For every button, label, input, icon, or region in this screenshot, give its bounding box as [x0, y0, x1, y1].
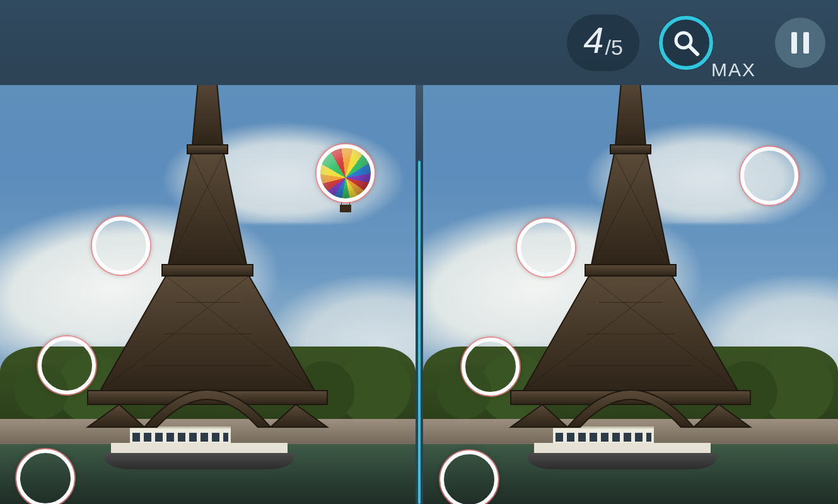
svg-rect-15	[585, 265, 676, 276]
svg-marker-12	[615, 85, 646, 145]
pause-button[interactable]	[775, 18, 825, 68]
svg-marker-9	[100, 276, 315, 391]
svg-rect-6	[187, 145, 228, 154]
svg-rect-8	[162, 265, 253, 276]
pause-icon	[803, 32, 809, 54]
score-total-value: /5	[605, 35, 622, 60]
hint-circle[interactable]	[658, 15, 714, 71]
score-counter: 4 /5	[567, 14, 639, 71]
divider-accent	[418, 161, 421, 504]
hud-bar: 4 /5 MAX	[0, 0, 838, 85]
boat	[528, 425, 717, 469]
svg-marker-14	[591, 154, 670, 265]
hint-progress-ring	[658, 15, 714, 71]
hot-air-balloon	[318, 148, 373, 217]
pause-icon	[791, 32, 797, 54]
boat	[105, 425, 294, 469]
hint-label: MAX	[711, 59, 756, 81]
panel-divider	[416, 85, 423, 504]
score-found-value: 4	[583, 22, 603, 59]
game-area	[0, 85, 838, 504]
svg-marker-16	[523, 276, 738, 391]
svg-point-1	[661, 18, 711, 68]
right-image-panel[interactable]	[423, 85, 839, 504]
eiffel-tower	[50, 85, 365, 428]
svg-marker-5	[192, 85, 223, 145]
hint-button[interactable]: MAX	[658, 15, 756, 71]
left-image-panel[interactable]	[0, 85, 416, 504]
eiffel-tower	[473, 85, 788, 428]
svg-marker-7	[168, 154, 247, 265]
svg-rect-13	[610, 145, 651, 154]
